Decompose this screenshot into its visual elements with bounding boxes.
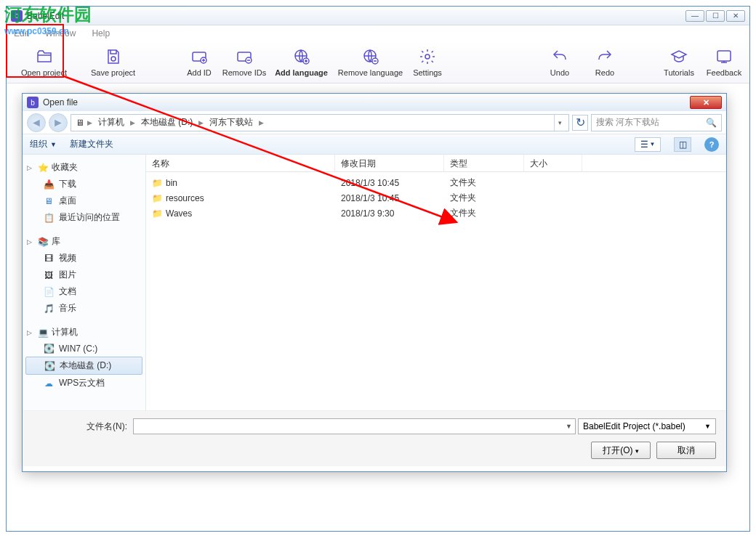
filename-input[interactable] bbox=[133, 418, 576, 434]
tree-music[interactable]: 🎵音乐 bbox=[25, 300, 142, 317]
tree-recent[interactable]: 📋最近访问的位置 bbox=[25, 209, 142, 226]
open-button[interactable]: 打开(O) ▾ bbox=[591, 442, 651, 459]
close-button[interactable]: ✕ bbox=[726, 10, 745, 22]
app-icon: b bbox=[11, 10, 23, 22]
dialog-toolbar: 组织 ▼ 新建文件夹 ☰ ▼ ◫ ? bbox=[23, 134, 726, 155]
tree-pictures[interactable]: 🖼图片 bbox=[25, 267, 142, 283]
breadcrumb-seg-1[interactable]: 本地磁盘 (D:) bbox=[137, 116, 197, 129]
col-name[interactable]: 名称 bbox=[146, 155, 335, 171]
file-row[interactable]: 📁resources2018/1/3 10:45文件夹 bbox=[146, 190, 726, 206]
search-input[interactable]: 搜索 河东下载站 🔍 bbox=[591, 114, 722, 131]
help-button[interactable]: ? bbox=[704, 137, 719, 152]
music-icon: 🎵 bbox=[43, 303, 55, 314]
svg-point-9 bbox=[425, 54, 430, 59]
open-project-button[interactable]: Open project bbox=[9, 44, 79, 81]
minimize-button[interactable]: — bbox=[685, 10, 704, 22]
breadcrumb-dropdown[interactable]: ▾ bbox=[554, 115, 566, 131]
star-icon: ⭐ bbox=[37, 162, 49, 174]
search-icon: 🔍 bbox=[706, 118, 717, 128]
file-header: 名称 修改日期 类型 大小 bbox=[146, 155, 726, 172]
nav-tree: ▷⭐收藏夹 📥下载 🖥桌面 📋最近访问的位置 ▷📚库 🎞视频 🖼图片 📄文档 🎵… bbox=[23, 155, 146, 410]
redo-button[interactable]: Redo bbox=[582, 44, 627, 81]
remove-language-button[interactable]: Remove language bbox=[336, 44, 405, 81]
filename-label: 文件名(N): bbox=[33, 421, 127, 433]
settings-button[interactable]: Settings bbox=[405, 44, 450, 81]
gear-icon bbox=[419, 48, 436, 65]
breadcrumb-seg-0[interactable]: 计算机 bbox=[94, 116, 129, 129]
drive-icon: 💽 bbox=[43, 343, 55, 354]
open-file-dialog: b Open file ✕ ◄ ► 🖥 ▶ 计算机▶ 本地磁盘 (D:)▶ 河东… bbox=[22, 93, 727, 472]
drive-icon: 💽 bbox=[44, 360, 55, 372]
picture-icon: 🖼 bbox=[43, 269, 55, 281]
tree-wps-cloud[interactable]: ☁WPS云文档 bbox=[25, 375, 142, 391]
app-title: BabelEdit bbox=[27, 11, 684, 21]
svg-rect-10 bbox=[717, 51, 731, 61]
cancel-button[interactable]: 取消 bbox=[656, 442, 716, 459]
main-toolbar: Open project Save project Add ID Remove … bbox=[7, 41, 749, 84]
nav-forward-button[interactable]: ► bbox=[49, 113, 68, 132]
file-row[interactable]: 📁Waves2018/1/3 9:30文件夹 bbox=[146, 206, 726, 221]
remove-ids-icon bbox=[236, 48, 253, 65]
nav-back-button[interactable]: ◄ bbox=[27, 113, 46, 132]
add-language-button[interactable]: Add language bbox=[267, 44, 336, 81]
dialog-close-button[interactable]: ✕ bbox=[690, 96, 722, 109]
tree-favorites[interactable]: ▷⭐收藏夹 bbox=[25, 159, 142, 176]
globe-add-icon bbox=[293, 48, 310, 65]
feedback-icon bbox=[715, 48, 733, 65]
view-mode-button[interactable]: ☰ ▼ bbox=[635, 137, 661, 152]
file-list: 📁bin2018/1/3 10:45文件夹📁resources2018/1/3 … bbox=[146, 172, 726, 410]
col-size[interactable]: 大小 bbox=[524, 155, 582, 171]
dialog-title: Open file bbox=[43, 97, 690, 107]
computer-icon: 🖥 bbox=[74, 117, 86, 129]
maximize-button[interactable]: ☐ bbox=[706, 10, 725, 22]
feedback-button[interactable]: Feedback bbox=[701, 44, 747, 81]
folder-icon: 📁 bbox=[152, 193, 163, 203]
recent-icon: 📋 bbox=[43, 212, 55, 224]
tree-drive-c[interactable]: 💽WIN7 (C:) bbox=[25, 341, 142, 357]
preview-pane-button[interactable]: ◫ bbox=[674, 137, 691, 152]
file-area: 名称 修改日期 类型 大小 📁bin2018/1/3 10:45文件夹📁reso… bbox=[146, 155, 726, 410]
breadcrumb[interactable]: 🖥 ▶ 计算机▶ 本地磁盘 (D:)▶ 河东下载站▶ ▾ bbox=[71, 114, 569, 131]
tree-downloads[interactable]: 📥下载 bbox=[25, 176, 142, 192]
tutorials-button[interactable]: Tutorials bbox=[656, 44, 701, 81]
menu-window[interactable]: Window bbox=[42, 27, 79, 40]
dialog-body: ▷⭐收藏夹 📥下载 🖥桌面 📋最近访问的位置 ▷📚库 🎞视频 🖼图片 📄文档 🎵… bbox=[23, 155, 726, 410]
organize-button[interactable]: 组织 ▼ bbox=[30, 138, 57, 150]
file-filter-dropdown[interactable]: BabelEdit Project (*.babel)▼ bbox=[578, 418, 716, 434]
tutorials-icon bbox=[670, 48, 688, 65]
cloud-icon: ☁ bbox=[43, 378, 55, 389]
redo-icon bbox=[596, 48, 614, 65]
tree-computer[interactable]: ▷💻计算机 bbox=[25, 324, 142, 341]
library-icon: 📚 bbox=[37, 236, 49, 248]
nav-row: ◄ ► 🖥 ▶ 计算机▶ 本地磁盘 (D:)▶ 河东下载站▶ ▾ ↻ 搜索 河东… bbox=[23, 111, 726, 134]
svg-point-0 bbox=[111, 57, 116, 61]
breadcrumb-seg-2[interactable]: 河东下载站 bbox=[205, 116, 257, 129]
menubar: Edit Window Help bbox=[7, 25, 749, 41]
add-id-icon bbox=[190, 48, 208, 65]
menu-edit[interactable]: Edit bbox=[11, 27, 32, 40]
tree-drive-d[interactable]: 💽本地磁盘 (D:) bbox=[25, 357, 142, 375]
dialog-footer: 文件名(N): ▼ BabelEdit Project (*.babel)▼ 打… bbox=[23, 410, 726, 466]
col-modified[interactable]: 修改日期 bbox=[335, 155, 444, 171]
tree-videos[interactable]: 🎞视频 bbox=[25, 250, 142, 267]
save-project-button[interactable]: Save project bbox=[79, 44, 148, 81]
remove-ids-button[interactable]: Remove IDs bbox=[222, 44, 267, 81]
desktop-icon: 🖥 bbox=[43, 195, 55, 207]
tree-libraries[interactable]: ▷📚库 bbox=[25, 233, 142, 250]
dialog-titlebar: b Open file ✕ bbox=[23, 94, 726, 111]
file-row[interactable]: 📁bin2018/1/3 10:45文件夹 bbox=[146, 175, 726, 190]
undo-icon bbox=[551, 48, 568, 65]
dialog-icon: b bbox=[27, 97, 39, 108]
refresh-button[interactable]: ↻ bbox=[572, 115, 588, 131]
folder-open-icon bbox=[36, 48, 53, 65]
titlebar: b BabelEdit — ☐ ✕ bbox=[7, 7, 749, 25]
tree-documents[interactable]: 📄文档 bbox=[25, 283, 142, 300]
computer-icon: 💻 bbox=[37, 327, 49, 338]
new-folder-button[interactable]: 新建文件夹 bbox=[70, 138, 113, 150]
col-type[interactable]: 类型 bbox=[444, 155, 524, 171]
undo-button[interactable]: Undo bbox=[537, 44, 582, 81]
menu-help[interactable]: Help bbox=[89, 27, 113, 40]
add-id-button[interactable]: Add ID bbox=[177, 44, 222, 81]
tree-desktop[interactable]: 🖥桌面 bbox=[25, 192, 142, 209]
folder-icon: 📁 bbox=[152, 178, 163, 188]
